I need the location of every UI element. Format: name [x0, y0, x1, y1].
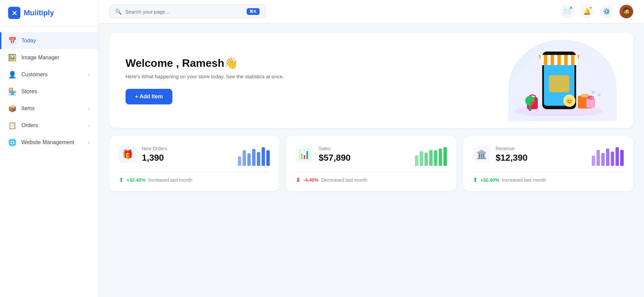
- logo-area: ✕ Muiitiply: [0, 0, 98, 26]
- bar-3: [606, 148, 609, 166]
- search-input[interactable]: [125, 9, 243, 15]
- svg-marker-6: [541, 55, 544, 65]
- stat-icon: 📊: [296, 145, 313, 163]
- stat-card-sales: 📊 Sales $57,890 ⬇ -4.40% Decreased last …: [286, 136, 456, 191]
- bar-2: [424, 153, 428, 166]
- stat-divider: [296, 172, 447, 172]
- topbar-actions: ✉️ 🔔 ⚙️ 🧔: [561, 5, 633, 18]
- stores-icon: 🏪: [8, 87, 17, 96]
- svg-text:😊: 😊: [566, 98, 573, 104]
- chevron-icon: ›: [88, 123, 90, 128]
- sidebar-label-orders: Orders: [21, 122, 38, 128]
- bar-6: [443, 147, 447, 166]
- today-icon: 📅: [8, 37, 17, 45]
- bar-4: [257, 152, 260, 166]
- svg-marker-7: [547, 55, 551, 65]
- sidebar-item-image-manager[interactable]: 🖼️ Image Manager: [0, 49, 98, 66]
- svg-marker-10: [568, 55, 571, 65]
- orders-icon: 📋: [8, 121, 17, 130]
- chevron-icon: ›: [88, 72, 90, 77]
- bar-2: [601, 153, 605, 166]
- mail-button[interactable]: ✉️: [561, 5, 574, 18]
- website-management-icon: 🌐: [8, 138, 17, 146]
- sidebar-label-today: Today: [21, 38, 36, 44]
- trend-up-icon: ⬆: [473, 176, 478, 184]
- sidebar-label-stores: Stores: [21, 88, 37, 95]
- welcome-subtitle: Here's What happening on your store toda…: [126, 74, 284, 79]
- stat-text: New Orders 1,390: [142, 146, 167, 163]
- sidebar-item-items[interactable]: 📦 Items ›: [0, 100, 98, 117]
- welcome-text: Welcome , Ramesh👋 Here's What happening …: [126, 57, 284, 104]
- logo-icon: ✕: [8, 7, 20, 19]
- search-box[interactable]: 🔍 ⌘K: [109, 5, 265, 18]
- bar-0: [415, 155, 418, 166]
- stat-label: New Orders: [142, 146, 167, 151]
- stat-info: 🏛️ Revenue $12,390: [473, 145, 528, 163]
- settings-button[interactable]: ⚙️: [600, 5, 613, 18]
- svg-rect-14: [581, 94, 589, 97]
- sidebar-item-customers[interactable]: 👤 Customers ›: [0, 66, 98, 83]
- stat-divider: [473, 172, 624, 172]
- sidebar-label-customers: Customers: [21, 72, 48, 78]
- search-icon: 🔍: [115, 8, 122, 15]
- sidebar: ✕ Muiitiply 📅 Today 🖼️ Image Manager 👤 C…: [0, 0, 98, 297]
- nav-list: 📅 Today 🖼️ Image Manager 👤 Customers › 🏪…: [0, 26, 98, 297]
- bar-3: [429, 150, 433, 166]
- stats-row: 🎁 New Orders 1,390 ⬆ +32.40% Increased l…: [109, 136, 633, 191]
- stat-footer: ⬆ +32.40% Increased last month: [473, 176, 624, 184]
- trend-text: Increased last month: [148, 177, 192, 183]
- stat-icon: 🏛️: [473, 145, 490, 163]
- mini-chart-new-orders: [238, 145, 270, 166]
- trend-text: Decreased last month: [321, 177, 367, 183]
- mini-chart-sales: [415, 145, 447, 166]
- sidebar-label-website-management: Website Management: [21, 139, 74, 145]
- notification-badge: [589, 6, 592, 9]
- notification-button[interactable]: 🔔: [580, 5, 594, 18]
- sidebar-item-orders[interactable]: 📋 Orders ›: [0, 117, 98, 134]
- stat-top: 🎁 New Orders 1,390: [119, 145, 270, 166]
- svg-text:✕: ✕: [12, 9, 17, 17]
- add-item-button[interactable]: + Add Item: [126, 89, 172, 104]
- bar-1: [243, 150, 246, 166]
- sidebar-label-items: Items: [21, 105, 35, 112]
- svg-rect-12: [549, 75, 569, 92]
- stat-icon: 🎁: [119, 145, 136, 163]
- main-content: 🔍 ⌘K ✉️ 🔔 ⚙️ 🧔 Welcome , Ram: [98, 0, 644, 297]
- avatar[interactable]: 🧔: [620, 5, 633, 18]
- stat-top: 📊 Sales $57,890: [296, 145, 447, 166]
- bar-6: [266, 150, 270, 166]
- bar-1: [420, 151, 423, 166]
- sidebar-item-today[interactable]: 📅 Today: [0, 32, 98, 49]
- stat-value: $12,390: [496, 153, 528, 163]
- stat-top: 🏛️ Revenue $12,390: [473, 145, 624, 166]
- stat-info: 🎁 New Orders 1,390: [119, 145, 167, 163]
- stat-footer: ⬆ +32.40% Increased last month: [119, 176, 270, 184]
- bar-6: [620, 150, 624, 166]
- store-illustration: 😊 ❤️: [508, 45, 610, 116]
- stat-footer: ⬇ -4.40% Decreased last month: [296, 176, 447, 184]
- stat-divider: [119, 172, 270, 172]
- welcome-illustration: 😊 ❤️: [501, 46, 617, 114]
- stat-label: Revenue: [496, 146, 528, 151]
- sidebar-item-stores[interactable]: 🏪 Stores: [0, 83, 98, 100]
- chevron-icon: ›: [88, 106, 90, 111]
- bar-3: [252, 149, 255, 166]
- bar-0: [592, 156, 595, 166]
- mail-badge: [569, 6, 573, 9]
- image-manager-icon: 🖼️: [8, 54, 17, 62]
- stat-card-revenue: 🏛️ Revenue $12,390 ⬆ +32.40% Increased l…: [463, 136, 633, 191]
- bar-2: [247, 153, 251, 166]
- welcome-card: Welcome , Ramesh👋 Here's What happening …: [109, 33, 633, 128]
- svg-marker-11: [574, 55, 578, 65]
- bar-1: [596, 150, 600, 166]
- stat-value: 1,390: [142, 153, 167, 163]
- sidebar-label-image-manager: Image Manager: [21, 55, 59, 61]
- stat-value: $57,890: [319, 153, 351, 163]
- stat-card-new-orders: 🎁 New Orders 1,390 ⬆ +32.40% Increased l…: [109, 136, 279, 191]
- bar-0: [238, 156, 241, 166]
- sidebar-item-website-management[interactable]: 🌐 Website Management ›: [0, 134, 98, 151]
- bar-4: [611, 152, 614, 166]
- bar-5: [439, 148, 442, 166]
- topbar: 🔍 ⌘K ✉️ 🔔 ⚙️ 🧔: [98, 0, 644, 23]
- svg-text:❤️: ❤️: [530, 101, 535, 106]
